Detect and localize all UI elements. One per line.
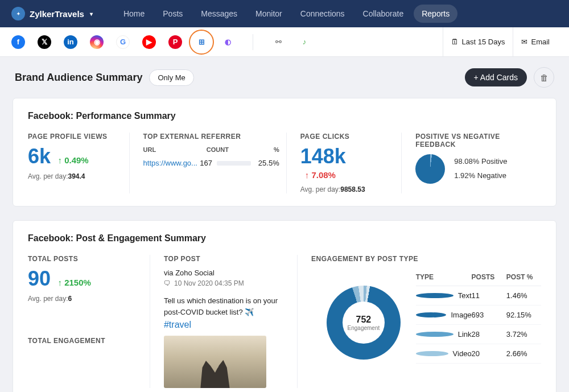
- engagement-row: Text111.46%: [416, 286, 541, 306]
- referrer-url[interactable]: https://www.go...: [143, 159, 200, 167]
- negative-feedback: 1.92% Negative: [454, 169, 507, 183]
- grid-icon[interactable]: ⊞: [195, 35, 208, 49]
- avg-per-day: Avg. per day:9858.53: [300, 185, 395, 193]
- pinterest-icon[interactable]: P: [168, 35, 182, 49]
- metric-label: POSITIVE VS NEGATIVE FEEDBACK: [415, 133, 541, 148]
- metric-label: TOP EXTERNAL REFERRER: [143, 133, 279, 141]
- swirl-icon[interactable]: ◐: [221, 35, 234, 49]
- engagement-row: Link283.72%: [416, 325, 541, 344]
- brand-name: ZylkerTravels: [30, 9, 84, 19]
- card-title: Facebook: Post & Engagement Summary: [28, 233, 541, 244]
- top-post-via: via Zoho Social: [164, 269, 290, 277]
- card-title: Facebook: Performance Summary: [28, 111, 541, 121]
- avg-per-day: Avg. per day:394.4: [28, 172, 122, 180]
- top-post-image[interactable]: [164, 336, 266, 388]
- brand-logo-icon: ✦: [11, 7, 25, 20]
- facebook-icon[interactable]: f: [11, 35, 25, 49]
- top-post-date: 🗨10 Nov 2020 04:35 PM: [164, 279, 290, 287]
- link-icon[interactable]: ⚯: [271, 35, 285, 49]
- metric-label: ENGAGEMENT BY POST TYPE: [311, 255, 541, 263]
- legend-dot-icon: [416, 332, 453, 337]
- page-profile-views-value: 6k: [28, 146, 51, 167]
- total-posts-value: 90: [28, 269, 51, 289]
- engagement-row: Video202.66%: [416, 344, 541, 364]
- nav-reports[interactable]: Reports: [414, 5, 457, 23]
- nav-posts[interactable]: Posts: [155, 5, 191, 23]
- top-nav: ✦ ZylkerTravels ▾ HomePostsMessagesMonit…: [0, 0, 569, 27]
- main-nav: HomePostsMessagesMonitorConnectionsColla…: [116, 5, 457, 23]
- social-icons: f 𝕏 in ◉ G ▶ P ⊞ ◐ ⚯ ♪: [11, 34, 311, 50]
- comment-icon: 🗨: [164, 279, 171, 287]
- nav-messages[interactable]: Messages: [193, 5, 245, 23]
- referrer-table-head: URLCOUNT%: [143, 146, 279, 153]
- positive-feedback: 98.08% Positive: [454, 155, 507, 169]
- page-clicks-value: 148k: [300, 146, 346, 167]
- scope-pill[interactable]: Only Me: [149, 69, 193, 86]
- legend-dot-icon: [416, 293, 453, 298]
- date-range-button[interactable]: 🗓 Last 15 Days: [443, 27, 513, 57]
- mail-icon: ✉: [521, 38, 527, 46]
- youtube-icon[interactable]: ▶: [142, 35, 156, 49]
- add-cards-button[interactable]: + Add Cards: [465, 68, 527, 86]
- avg-per-day: Avg. per day:6: [28, 295, 143, 303]
- donut-label: Engagement: [348, 325, 380, 331]
- linkedin-icon[interactable]: in: [64, 35, 77, 49]
- top-post-text: Tell us which destination is on your pos…: [164, 295, 290, 317]
- engagement-table: TYPEPOSTSPOST % Text111.46%Image69392.15…: [416, 269, 541, 364]
- nav-collaborate[interactable]: Collaborate: [355, 5, 412, 23]
- engagement-row: Image69392.15%: [416, 306, 541, 325]
- post-engagement-card: Facebook: Post & Engagement Summary TOTA…: [13, 220, 556, 392]
- leaf-icon[interactable]: ♪: [298, 35, 311, 49]
- page-title: Brand Audience Summary: [15, 72, 142, 84]
- metric-label: TOTAL ENGAGEMENT: [28, 337, 143, 345]
- email-label: Email: [531, 38, 550, 46]
- metric-label: PAGE CLICKS: [300, 133, 395, 141]
- performance-summary-card: Facebook: Performance Summary PAGE PROFI…: [13, 98, 556, 207]
- nav-home[interactable]: Home: [116, 5, 152, 23]
- metric-label: TOP POST: [164, 255, 290, 263]
- referrer-row: https://www.go... 167 25.5%: [143, 159, 279, 167]
- engagement-donut-chart: 752 Engagement: [327, 286, 401, 360]
- donut-total: 752: [356, 315, 372, 325]
- trash-icon: 🗑: [540, 73, 549, 82]
- legend-dot-icon: [416, 312, 447, 317]
- nav-connections[interactable]: Connections: [292, 5, 353, 23]
- brand-switcher[interactable]: ✦ ZylkerTravels ▾: [11, 7, 93, 20]
- channel-bar: f 𝕏 in ◉ G ▶ P ⊞ ◐ ⚯ ♪ 🗓 Last 15 Days ✉ …: [0, 27, 569, 57]
- email-button[interactable]: ✉ Email: [513, 27, 558, 57]
- date-range-label: Last 15 Days: [462, 38, 505, 46]
- delete-button[interactable]: 🗑: [534, 67, 554, 88]
- nav-monitor[interactable]: Monitor: [248, 5, 290, 23]
- referrer-bar: [217, 161, 251, 166]
- top-post-hashtag[interactable]: #travel: [164, 320, 290, 330]
- metric-label: TOTAL POSTS: [28, 255, 143, 263]
- metric-label: PAGE PROFILE VIEWS: [28, 133, 122, 141]
- feedback-pie-chart: [415, 154, 445, 184]
- divider: [253, 34, 253, 50]
- trend-up: ↑ 0.49%: [58, 155, 89, 165]
- instagram-icon[interactable]: ◉: [90, 35, 104, 49]
- chevron-down-icon: ▾: [90, 11, 93, 17]
- trend-down: ↑ 7.08%: [305, 170, 395, 180]
- google-icon[interactable]: G: [116, 35, 130, 49]
- legend-dot-icon: [416, 351, 448, 356]
- calendar-icon: 🗓: [451, 38, 459, 46]
- x-icon[interactable]: 𝕏: [38, 35, 51, 49]
- page-header: Brand Audience Summary Only Me + Add Car…: [0, 57, 569, 98]
- trend-up: ↑ 2150%: [58, 278, 91, 287]
